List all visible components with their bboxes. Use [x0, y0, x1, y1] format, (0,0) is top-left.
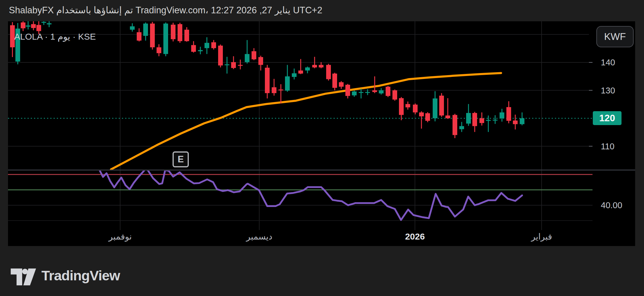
candle-body[interactable]	[171, 25, 176, 39]
candle-body[interactable]	[292, 73, 297, 77]
candle-body[interactable]	[41, 22, 46, 23]
candle-body[interactable]	[466, 113, 471, 124]
screenshot-root: ShalabyFX تم إنشاؤها باستخدام TradingVie…	[0, 0, 644, 296]
candle-body[interactable]	[372, 90, 377, 92]
candle-body[interactable]	[225, 64, 229, 65]
candle-body[interactable]	[326, 65, 331, 79]
candle-body[interactable]	[520, 118, 524, 124]
candle-body[interactable]	[21, 22, 25, 28]
last-price-badge: 120	[593, 111, 622, 125]
candle-body[interactable]	[352, 91, 357, 95]
candle-body[interactable]	[399, 98, 404, 115]
candle-body[interactable]	[272, 87, 276, 93]
candle-body[interactable]	[500, 112, 504, 118]
time-axis-label: فبراير	[531, 232, 552, 242]
candle-body[interactable]	[513, 121, 518, 124]
candle-body[interactable]	[453, 115, 457, 135]
candle-body[interactable]	[312, 65, 317, 68]
price-axis-label: 130	[601, 85, 615, 95]
oscillator-line	[99, 169, 522, 220]
candle-body[interactable]	[218, 46, 223, 65]
candle-body[interactable]	[36, 25, 41, 31]
chart-area[interactable]: ALOLA · 1 يوم · KSE KWF 120 E 1401301104…	[8, 21, 635, 246]
candle-body[interactable]	[445, 116, 450, 118]
attribution-bar: ShalabyFX تم إنشاؤها باستخدام TradingVie…	[0, 0, 644, 21]
ema-line	[111, 73, 501, 169]
candle-body[interactable]	[245, 54, 249, 62]
candle-body[interactable]	[332, 74, 337, 88]
candle-body[interactable]	[339, 82, 344, 87]
footer-bar: TradingView	[0, 246, 644, 296]
candle-body[interactable]	[493, 120, 498, 121]
oscillator-axis-label: 40.00	[601, 200, 622, 210]
candle-body[interactable]	[31, 24, 36, 28]
currency-toggle-badge[interactable]: KWF	[596, 26, 634, 47]
candle-body[interactable]	[143, 24, 148, 36]
candle-body[interactable]	[178, 24, 182, 41]
candle-body[interactable]	[345, 85, 350, 96]
candle-body[interactable]	[163, 24, 168, 54]
candle-body[interactable]	[198, 50, 203, 51]
time-axis-label: نوفمبر	[109, 232, 132, 242]
candle-body[interactable]	[419, 112, 424, 116]
candle-body[interactable]	[459, 126, 464, 129]
candle-body[interactable]	[365, 92, 370, 93]
candle-body[interactable]	[238, 65, 243, 66]
candle-body[interactable]	[433, 98, 437, 118]
candle-body[interactable]	[506, 107, 511, 121]
candle-body[interactable]	[439, 96, 444, 115]
symbol-label[interactable]: ALOLA · 1 يوم · KSE	[14, 31, 96, 42]
candle-body[interactable]	[184, 30, 189, 41]
candle-body[interactable]	[137, 32, 141, 41]
brand-wordmark[interactable]: TradingView	[41, 267, 120, 284]
candle-body[interactable]	[486, 120, 491, 121]
candle-body[interactable]	[413, 105, 418, 112]
candle-body[interactable]	[252, 51, 256, 59]
candle-body[interactable]	[130, 26, 135, 30]
tradingview-logo-icon[interactable]	[11, 268, 36, 285]
candle-body[interactable]	[278, 90, 283, 90]
attribution-text: ShalabyFX تم إنشاؤها باستخدام TradingVie…	[9, 5, 322, 16]
time-axis-label: ديسمبر	[246, 232, 272, 242]
candle-body[interactable]	[258, 57, 263, 65]
candle-body[interactable]	[150, 24, 155, 47]
candle-body[interactable]	[305, 67, 310, 70]
candle-body[interactable]	[265, 68, 270, 93]
candle-body[interactable]	[191, 45, 196, 52]
candle-body[interactable]	[157, 47, 161, 53]
candle-body[interactable]	[392, 90, 397, 100]
candle-body[interactable]	[231, 62, 236, 68]
candle-body[interactable]	[479, 118, 484, 123]
price-chart-canvas[interactable]	[8, 21, 635, 246]
candle-body[interactable]	[386, 87, 390, 96]
candle-body[interactable]	[26, 25, 30, 27]
candle-body[interactable]	[379, 90, 384, 93]
earnings-marker[interactable]: E	[173, 151, 189, 167]
time-axis-label: 2026	[405, 232, 425, 242]
candle-body[interactable]	[298, 70, 303, 73]
candle-body[interactable]	[211, 42, 216, 48]
candle-body[interactable]	[285, 76, 290, 90]
candle-body[interactable]	[319, 65, 323, 68]
candle-body[interactable]	[205, 43, 209, 48]
candle-body[interactable]	[359, 92, 363, 93]
candle-body[interactable]	[47, 23, 51, 25]
price-axis-label: 140	[601, 58, 615, 67]
candle-body[interactable]	[472, 113, 477, 126]
candle-body[interactable]	[425, 113, 430, 121]
price-axis-label: 110	[601, 141, 614, 151]
candle-body[interactable]	[405, 104, 410, 107]
